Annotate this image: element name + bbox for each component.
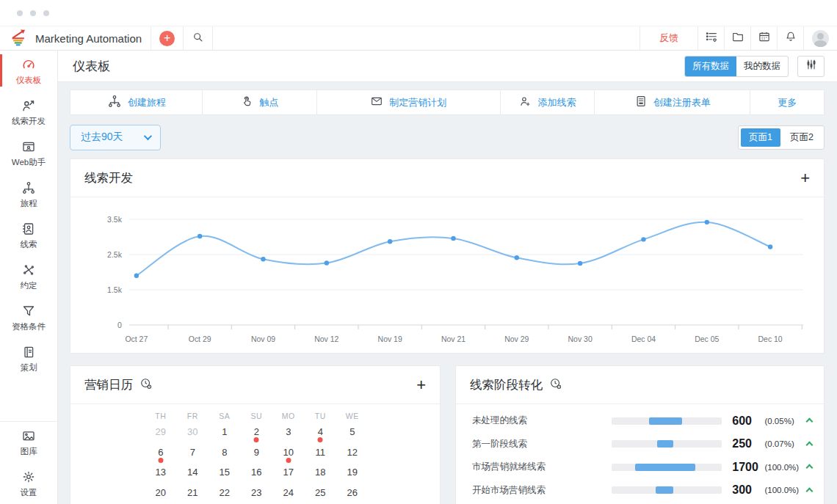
chevron-up-icon[interactable] [806, 418, 814, 426]
notifications-button[interactable] [778, 26, 804, 50]
calendar-day-cell[interactable]: 19 [336, 464, 369, 485]
sidebar-item-engagement[interactable]: 约定 [0, 256, 57, 297]
svg-text:Nov 19: Nov 19 [378, 335, 402, 343]
quick-action-add-lead[interactable]: 添加线索 [501, 90, 595, 114]
sidebar-item-gallery[interactable]: 图库 [0, 422, 57, 463]
sidebar-item-lead-generation[interactable]: 线索开发 [0, 92, 57, 133]
calendar-day-cell[interactable]: 22 [209, 485, 241, 504]
calendar-day-cell[interactable]: 25 [305, 485, 337, 504]
sidebar-item-planning[interactable]: 策划 [0, 338, 57, 379]
calendar-day-cell[interactable]: 11 [305, 445, 337, 465]
user-menu[interactable] [804, 26, 837, 50]
segment-my-data[interactable]: 我的数据 [736, 56, 788, 76]
quick-action-marketing-plan[interactable]: 制定营销计划 [317, 90, 501, 114]
settings-icon [21, 470, 36, 484]
sidebar-item-journeys[interactable]: 旅程 [0, 174, 57, 215]
add-widget-button[interactable]: + [800, 172, 810, 185]
sidebar-item-web-assistant[interactable]: Web助手 [0, 133, 57, 174]
svg-text:3.5k: 3.5k [107, 216, 123, 224]
calendar-day-cell[interactable]: 3 [272, 424, 305, 445]
calendar-day-cell[interactable]: 12 [336, 445, 369, 465]
event-dot [318, 437, 323, 442]
feedback-link[interactable]: 反馈 [639, 26, 698, 50]
chart-card-title: 线索开发 [84, 170, 133, 186]
calendar-day-cell[interactable]: 14 [177, 464, 209, 485]
calendar-card-title: 营销日历 [84, 377, 133, 393]
calendar-day-cell[interactable]: 26 [336, 485, 369, 504]
conversion-row: 市场营销就绪线索1700(100.0%) [472, 456, 812, 479]
quick-action-more[interactable]: 更多 [750, 90, 824, 114]
add-event-button[interactable]: + [416, 379, 426, 392]
calendar-day-cell[interactable]: 8 [209, 445, 241, 465]
files-button[interactable] [725, 26, 751, 50]
event-dot [158, 458, 163, 463]
calendar-weekday-header: WE [336, 408, 369, 424]
quick-action-create-journey[interactable]: 创建旅程 [70, 90, 203, 114]
svg-text:0: 0 [117, 321, 122, 329]
calendar-day-cell[interactable]: 1 [209, 424, 241, 445]
quick-action-touchpoint[interactable]: 触点 [203, 90, 316, 114]
calendar-day-cell[interactable]: 7 [177, 445, 209, 465]
window-dot[interactable] [30, 10, 36, 16]
calendar-weekday-header: TH [145, 408, 177, 424]
app-title: Marketing Automation [35, 32, 142, 45]
dashboard-settings-button[interactable] [797, 56, 825, 77]
calendar-button[interactable] [751, 26, 778, 50]
global-add-button[interactable]: + [151, 26, 184, 50]
calendar-day-cell[interactable]: 9 [241, 445, 273, 465]
stage-value: 1700 [732, 461, 764, 474]
event-dot [254, 437, 259, 442]
calendar-day-cell[interactable]: 18 [305, 464, 337, 485]
calendar-day-cell[interactable]: 2 [241, 424, 273, 445]
sidebar-item-settings[interactable]: 设置 [0, 463, 57, 504]
calendar-day-cell[interactable]: 13 [145, 464, 177, 485]
journey-icon [107, 94, 122, 111]
calendar-day-cell[interactable]: 20 [145, 485, 177, 504]
stage-percent: (100.0%) [764, 463, 805, 472]
conversion-row: 开始市场营销线索300(100.0%) [472, 479, 812, 503]
journey-icon [21, 180, 36, 195]
filter-row: 过去90天 页面1 页面2 [70, 125, 825, 150]
sidebar-item-label: 约定 [21, 280, 37, 291]
window-dot[interactable] [17, 10, 23, 16]
calendar-day-cell[interactable]: 5 [336, 424, 369, 445]
calendar-day-cell[interactable]: 4 [305, 424, 337, 445]
calendar-day-cell[interactable]: 16 [241, 464, 273, 485]
activity-list-button[interactable] [698, 26, 725, 50]
sidebar-item-label: 线索开发 [12, 116, 46, 127]
segment-all-data[interactable]: 所有数据 [685, 56, 736, 76]
envelope-icon [370, 95, 383, 110]
page-1-tab[interactable]: 页面1 [741, 128, 780, 147]
date-range-dropdown[interactable]: 过去90天 [70, 125, 161, 150]
date-range-value: 过去90天 [81, 131, 123, 144]
sidebar-item-qualification[interactable]: 资格条件 [0, 297, 57, 338]
chevron-up-icon[interactable] [806, 487, 814, 494]
calendar-day-cell[interactable]: 23 [241, 485, 273, 504]
page-2-tab[interactable]: 页面2 [782, 128, 822, 147]
calendar-day-cell[interactable]: 21 [177, 485, 209, 504]
quick-action-label: 创建注册表单 [653, 96, 711, 109]
event-dot [286, 458, 291, 463]
calendar-day-cell[interactable]: 10 [272, 445, 305, 465]
sidebar-item-dashboard[interactable]: 仪表板 [0, 51, 57, 92]
quick-action-signup-form[interactable]: 创建注册表单 [595, 90, 750, 114]
stage-bar-fill [635, 464, 695, 471]
calendar-day-cell[interactable]: 30 [177, 424, 209, 445]
quick-action-label: 制定营销计划 [389, 96, 446, 109]
brand[interactable]: Marketing Automation [0, 26, 151, 50]
stage-label: 未处理的线索 [472, 414, 612, 427]
calendar-day-cell[interactable]: 15 [209, 464, 241, 485]
app-bar-spacer [213, 26, 639, 50]
sliders-icon [805, 58, 818, 74]
quick-action-label: 更多 [778, 96, 797, 109]
plus-circle-icon: + [159, 31, 175, 46]
search-button[interactable] [184, 26, 213, 50]
window-dot[interactable] [43, 10, 49, 16]
calendar-day-cell[interactable]: 17 [272, 464, 305, 485]
calendar-day-cell[interactable]: 24 [272, 485, 305, 504]
calendar-day-cell[interactable]: 29 [145, 424, 177, 445]
sidebar-item-leads[interactable]: 线索 [0, 215, 57, 256]
chevron-up-icon[interactable] [806, 441, 814, 448]
calendar-day-cell[interactable]: 6 [145, 445, 177, 465]
chevron-up-icon[interactable] [806, 464, 814, 472]
